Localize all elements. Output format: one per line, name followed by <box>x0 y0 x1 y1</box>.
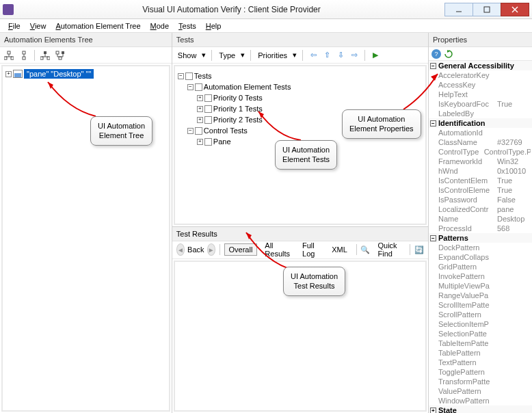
collapse-icon[interactable]: − <box>178 73 184 79</box>
refresh-icon[interactable] <box>444 49 453 59</box>
property-row[interactable]: hWnd0x10010 <box>429 166 532 176</box>
checkbox[interactable] <box>185 72 193 80</box>
property-row[interactable]: LocalizedContrpane <box>429 204 532 214</box>
menu-aet[interactable]: Automation Element Tree <box>51 21 144 31</box>
run-icon[interactable]: ▶ <box>371 51 380 60</box>
svg-rect-17 <box>56 51 59 54</box>
tab-all-results[interactable]: All Results <box>260 239 295 260</box>
tree-tool-3[interactable] <box>39 49 51 62</box>
property-row[interactable]: NameDesktop <box>429 214 532 224</box>
properties-header: Properties <box>429 33 532 47</box>
property-row[interactable]: MultipleViewPa <box>429 281 532 291</box>
property-row[interactable]: AutomationId <box>429 128 532 137</box>
help-icon[interactable]: ? <box>431 49 441 59</box>
property-row[interactable]: IsKeyboardFocTrue <box>429 99 532 109</box>
properties-toolbar: ? <box>429 47 532 61</box>
minimize-button[interactable] <box>444 3 473 16</box>
property-row[interactable]: DockPattern <box>429 243 532 252</box>
tests-p2[interactable]: Priority 2 Tests <box>213 116 263 124</box>
property-row[interactable]: ScrollPattern <box>429 310 532 319</box>
property-row[interactable]: RangeValuePa <box>429 291 532 300</box>
back-button-icon[interactable]: ◄ <box>176 243 185 256</box>
menu-mode[interactable]: Mode <box>146 21 174 31</box>
search-icon: 🔍 <box>360 245 370 254</box>
tests-aet[interactable]: Automation Element Tests <box>204 83 291 91</box>
maximize-button[interactable] <box>473 3 501 16</box>
tree-tool-2[interactable] <box>18 49 30 62</box>
show-dropdown[interactable]: Show <box>176 51 198 59</box>
tests-p0[interactable]: Priority 0 Tests <box>213 94 263 102</box>
tests-p1[interactable]: Priority 1 Tests <box>213 105 263 113</box>
arrow-down-icon[interactable]: ⇩ <box>336 51 345 60</box>
collapse-icon[interactable]: − <box>187 128 194 134</box>
title-bar: Visual UI Automation Verify : Client Sid… <box>0 0 532 19</box>
tests-root[interactable]: Tests <box>194 72 212 80</box>
tab-overall[interactable]: Overall <box>224 243 258 256</box>
property-row[interactable]: TransformPatte <box>429 377 532 386</box>
forward-button-icon[interactable]: ► <box>207 243 215 256</box>
expand-icon[interactable]: + <box>197 117 203 123</box>
expand-icon[interactable]: + <box>197 106 203 112</box>
refresh-icon[interactable]: 🔄 <box>414 245 424 254</box>
property-row[interactable]: GridPattern <box>429 262 532 271</box>
arrow-up-icon[interactable]: ⇧ <box>322 51 332 60</box>
property-row[interactable]: WindowPattern <box>429 396 532 405</box>
tests-ctrl[interactable]: Control Tests <box>204 126 248 135</box>
group-identification[interactable]: −Identification <box>429 118 532 128</box>
property-row[interactable]: ControlTypeControlType.Pane <box>429 147 532 157</box>
checkbox[interactable] <box>204 94 212 102</box>
property-row[interactable]: FrameworkIdWin32 <box>429 157 532 166</box>
menu-view[interactable]: View <box>26 21 51 31</box>
property-row[interactable]: TextPattern <box>429 358 532 367</box>
property-row[interactable]: IsPasswordFalse <box>429 195 532 204</box>
tests-header: Tests <box>172 33 428 47</box>
priorities-dropdown[interactable]: Priorities <box>256 51 289 59</box>
property-row[interactable]: ClassName#32769 <box>429 137 532 147</box>
menu-tests[interactable]: Tests <box>174 21 200 31</box>
svg-rect-16 <box>47 57 50 59</box>
property-row[interactable]: AccessKey <box>429 80 532 90</box>
property-row[interactable]: TableItemPatte <box>429 338 532 348</box>
checkbox[interactable] <box>204 105 212 113</box>
tree-tool-4[interactable] <box>54 49 66 62</box>
property-row[interactable]: IsControlElemeTrue <box>429 185 532 195</box>
property-row[interactable]: ExpandCollaps <box>429 252 532 262</box>
close-button[interactable] <box>501 3 529 16</box>
property-row[interactable]: AcceleratorKey <box>429 70 532 80</box>
checkbox[interactable] <box>204 116 212 124</box>
properties-list[interactable]: −General Accessibility AcceleratorKeyAcc… <box>429 61 532 413</box>
desktop-node[interactable]: "pane" "Desktop" "" <box>24 69 94 79</box>
group-patterns[interactable]: −Patterns <box>429 233 532 243</box>
menu-help[interactable]: Help <box>202 21 226 31</box>
property-row[interactable]: InvokePattern <box>429 271 532 281</box>
group-state[interactable]: +State <box>429 405 532 413</box>
quick-find[interactable]: Quick Find <box>373 239 405 260</box>
arrow-right-icon[interactable]: ⇨ <box>349 51 359 60</box>
tree-tool-1[interactable] <box>3 49 15 62</box>
tab-xml[interactable]: XML <box>327 243 352 256</box>
property-row[interactable]: ValuePattern <box>429 386 532 396</box>
menu-file[interactable]: File <box>4 21 25 31</box>
expand-icon[interactable]: + <box>5 71 12 77</box>
checkbox[interactable] <box>195 83 202 91</box>
checkbox[interactable] <box>204 138 212 146</box>
property-row[interactable]: SelectionItemP <box>429 319 532 329</box>
expand-icon[interactable]: + <box>197 95 203 101</box>
property-row[interactable]: SelectionPatte <box>429 329 532 338</box>
property-row[interactable]: TogglePattern <box>429 367 532 377</box>
expand-icon[interactable]: + <box>197 139 203 145</box>
property-row[interactable]: ScrollItemPatte <box>429 300 532 310</box>
property-row[interactable]: TablePattern <box>429 348 532 358</box>
arrow-left-icon[interactable]: ⇦ <box>308 51 318 60</box>
property-row[interactable]: LabeledBy <box>429 109 532 118</box>
property-row[interactable]: ProcessId568 <box>429 224 532 233</box>
property-row[interactable]: HelpText <box>429 90 532 99</box>
tab-full-log[interactable]: Full Log <box>297 239 324 260</box>
checkbox[interactable] <box>195 127 202 135</box>
collapse-icon[interactable]: − <box>187 84 194 90</box>
tests-pane[interactable]: Pane <box>213 137 231 146</box>
svg-rect-12 <box>44 51 46 54</box>
property-row[interactable]: IsContentElemTrue <box>429 176 532 185</box>
type-dropdown[interactable]: Type <box>217 51 237 59</box>
group-general[interactable]: −General Accessibility <box>429 61 532 70</box>
